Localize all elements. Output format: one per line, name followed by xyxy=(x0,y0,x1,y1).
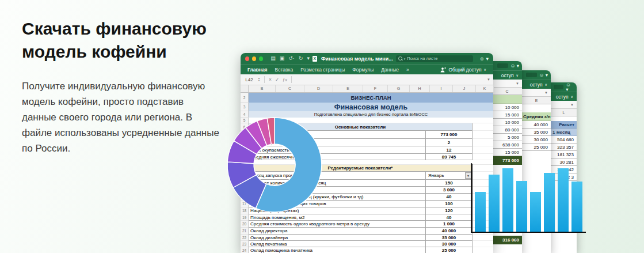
column-header-J[interactable]: J xyxy=(453,85,476,92)
ribbon-tab-5[interactable]: Данные xyxy=(381,67,399,73)
share-chevron-icon: ∨ xyxy=(545,82,547,86)
feedback-smiley-icon[interactable]: ☺ ▾ xyxy=(539,73,548,77)
filler-cells xyxy=(551,181,577,253)
value-cell: 504 680 xyxy=(551,136,577,144)
value-cell: 40 000 xyxy=(425,228,472,235)
feedback-smiley-icon[interactable]: ☺ ▾ xyxy=(479,56,489,62)
column-header-C[interactable]: C xyxy=(276,85,304,92)
value-cell: 150 xyxy=(425,180,472,187)
row-number[interactable]: 3 xyxy=(241,103,249,111)
row-number[interactable]: 24 xyxy=(241,247,249,253)
row-number[interactable]: 5 xyxy=(241,118,249,123)
value-cell: 40 xyxy=(425,214,472,221)
sheet-row-2: 2БИЗНЕС-ПЛАН xyxy=(241,93,493,103)
row-number[interactable]: 4 xyxy=(241,111,249,118)
share-label: Общий доступ xyxy=(448,67,481,73)
column-header-H[interactable]: H xyxy=(410,85,430,92)
formula-bar-expand-icon[interactable]: ▼ xyxy=(487,78,490,81)
sheet-row-16: 16Количество товаров в месяц (кружки, фу… xyxy=(241,194,493,201)
row-number[interactable]: 6 xyxy=(241,123,249,131)
row-number[interactable]: 11 xyxy=(241,160,249,165)
row-number[interactable]: 7 xyxy=(241,131,249,139)
value-cell: 25 000 xyxy=(425,247,472,253)
label-cell: Площадь помещения, м2 xyxy=(249,214,425,221)
ribbon-tab-1[interactable]: Главная xyxy=(247,67,268,73)
feedback-smiley-icon[interactable]: ☺ ▾ xyxy=(566,82,574,92)
column-header-C: C xyxy=(492,88,522,95)
sheet-row-8: 8Точка безубыточности2 xyxy=(241,139,493,146)
row-number[interactable]: 2 xyxy=(241,93,249,103)
ribbon-tab-3[interactable]: Разметка страницы xyxy=(300,67,345,73)
label-cell: Точка безубыточности xyxy=(249,139,425,146)
row-number[interactable]: 9 xyxy=(241,146,249,154)
column-header-I[interactable]: I xyxy=(430,85,453,92)
value-cell: 10 000 xyxy=(492,119,522,126)
row-number[interactable]: 20 xyxy=(241,221,249,228)
select-all-corner[interactable] xyxy=(241,85,249,92)
row-number[interactable]: 22 xyxy=(241,235,249,241)
minimize-window-button[interactable] xyxy=(252,56,256,61)
row-number[interactable]: 15 xyxy=(241,187,249,194)
column-header-G[interactable]: G xyxy=(388,85,410,92)
name-box[interactable]: L42 xyxy=(241,77,258,82)
promo-block: Скачать финансовую модель кофейни Получи… xyxy=(22,17,220,156)
ribbon-tab-4[interactable]: Формулы xyxy=(352,67,374,73)
row-number[interactable]: 14 xyxy=(241,180,249,187)
row-number[interactable]: 19 xyxy=(241,214,249,221)
column-header-B[interactable]: B xyxy=(249,85,276,92)
calc-header-cell: Расчет xyxy=(551,121,577,129)
row-number[interactable]: 16 xyxy=(241,194,249,201)
cancel-formula-icon[interactable]: × xyxy=(269,77,272,82)
share-button[interactable]: Общий доступ ∨ xyxy=(440,67,486,73)
value-cell: 3 000 xyxy=(425,187,472,194)
label-cell: Оклад директора xyxy=(249,228,425,235)
close-window-button[interactable] xyxy=(245,56,249,61)
label-cell: Стоимость сопутствующих товаров xyxy=(249,201,425,207)
formula-bar-expand-icon[interactable]: ▼ xyxy=(516,82,519,85)
redo-icon[interactable]: ↻ xyxy=(299,56,303,61)
row-number[interactable]: 10 xyxy=(241,154,249,160)
sheet-search-input[interactable]: ▾ Поиск на листе xyxy=(396,55,473,62)
column-header-E: E xyxy=(522,97,551,104)
label-cell: Срок окупаемости (мес) xyxy=(249,146,425,154)
row-number[interactable]: 8 xyxy=(241,139,249,146)
save-icon[interactable]: ▣ xyxy=(280,56,285,61)
sheet-row-24: 24Оклад помощника печатника25 000 xyxy=(241,247,493,253)
row-number[interactable]: 17 xyxy=(241,201,249,207)
confirm-formula-icon[interactable]: ✓ xyxy=(275,77,279,82)
row-number[interactable]: 12 xyxy=(241,165,249,172)
banner-cell: Финансовая модель xyxy=(249,103,493,111)
dropdown-button[interactable]: ▼ xyxy=(465,172,471,179)
ribbon-tabs-overflow[interactable]: » xyxy=(406,67,409,73)
row-number[interactable]: 23 xyxy=(241,241,249,247)
column-header-K[interactable]: K xyxy=(476,85,494,92)
namebox-stepper[interactable]: ▲▼ xyxy=(258,77,260,82)
sheet-row-23: 23Оклад печатника30 000 xyxy=(241,241,493,247)
row-number[interactable]: 21 xyxy=(241,228,249,235)
fullscreen-window-button[interactable] xyxy=(259,56,263,61)
share-chevron-icon: ∨ xyxy=(484,67,486,71)
value-cell: 12 xyxy=(425,146,472,154)
undo-icon[interactable]: ↺· xyxy=(288,56,295,61)
feedback-smiley-icon[interactable]: ☺ ▾ xyxy=(510,63,519,68)
column-header-E[interactable]: E xyxy=(333,85,363,92)
green-cell xyxy=(492,95,522,104)
formula-bar: ▼ xyxy=(522,89,551,97)
row-number[interactable]: 18 xyxy=(241,207,249,214)
formula-bar-expand-icon[interactable]: ▼ xyxy=(544,91,548,95)
formula-bar-expand-icon[interactable]: ▼ xyxy=(570,103,574,107)
column-header-D[interactable]: D xyxy=(304,85,333,92)
ribbon-tab-2[interactable]: Вставка xyxy=(275,67,294,73)
value-cell: 80 000 xyxy=(492,126,522,134)
workbook-icon[interactable]: ▤ xyxy=(270,56,276,61)
ribbon-toggle-icon[interactable]: ▾ xyxy=(307,56,310,61)
window-titlebar: ▤ ▣ ↺· ↻ ▾ X Финансовая модель мини... ▾… xyxy=(241,53,493,64)
share-label-clipped: оступ∨ xyxy=(522,80,551,89)
insert-function-icon[interactable]: ƒx xyxy=(283,77,287,82)
row-number[interactable]: 13 xyxy=(241,172,249,180)
column-header-F[interactable]: F xyxy=(363,85,388,92)
section-header-cell: Основные показатели xyxy=(249,123,472,131)
value-cell: 323 357 xyxy=(551,144,577,151)
value-cell: 30 000 xyxy=(425,241,472,247)
label-cell: Количество товаров в месяц (кружки, футб… xyxy=(249,194,425,201)
